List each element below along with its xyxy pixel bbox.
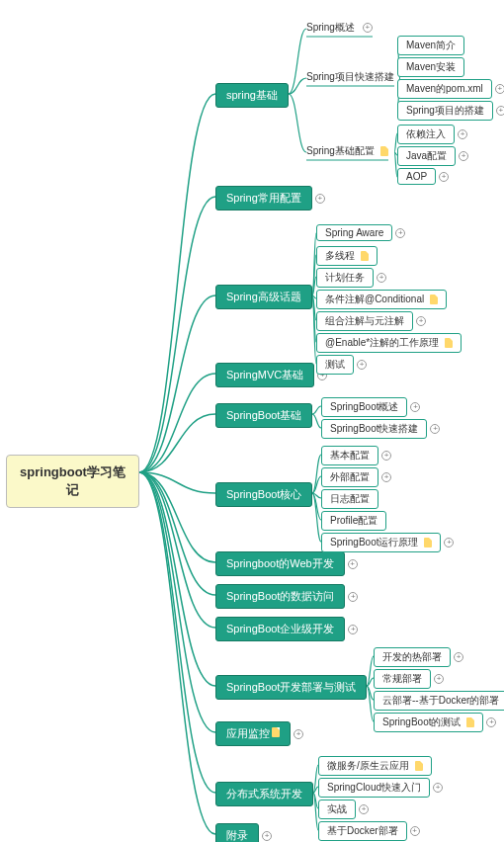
branch-node[interactable]: SpringMVC基础+ (215, 363, 314, 387)
leaf-label: 基本配置 (330, 449, 370, 463)
branch-label: SpringMVC基础 (226, 369, 303, 380)
leaf-label: 依赖注入 (406, 127, 446, 141)
leaf-node[interactable]: Spring项目的搭建+ (397, 101, 493, 121)
leaf-label: 日志配置 (330, 492, 370, 506)
expand-icon[interactable]: + (348, 559, 358, 569)
leaf-label: Maven的pom.xml (406, 82, 483, 96)
leaf-label: 实战 (327, 802, 347, 816)
root-node[interactable]: springboot学习笔记 (6, 455, 139, 508)
expand-icon[interactable]: + (458, 129, 467, 139)
branch-node[interactable]: 分布式系统开发 (215, 782, 313, 806)
branch-node[interactable]: spring基础 (215, 83, 289, 108)
leaf-node[interactable]: AOP+ (397, 168, 436, 185)
sub-node[interactable]: Spring基础配置 (306, 144, 388, 158)
branch-node[interactable]: SpringBoot基础 (215, 403, 312, 428)
leaf-node[interactable]: Spring Aware+ (316, 224, 392, 241)
leaf-node[interactable]: SpringBoot快速搭建+ (321, 419, 427, 439)
leaf-node[interactable]: 组合注解与元注解+ (316, 311, 413, 331)
leaf-label: 基于Docker部署 (327, 824, 398, 838)
leaf-label: SpringCloud快速入门 (327, 781, 421, 795)
expand-icon[interactable]: + (416, 316, 426, 326)
branch-label: SpringBoot基础 (226, 409, 301, 421)
leaf-label: SpringBoot的测试 (382, 716, 461, 729)
expand-icon[interactable]: + (410, 826, 420, 836)
note-icon (466, 717, 474, 727)
branch-node[interactable]: 应用监控+ (215, 721, 291, 746)
branch-node[interactable]: Spring高级话题 (215, 285, 312, 309)
branch-label: 分布式系统开发 (226, 788, 302, 800)
leaf-label: AOP (406, 171, 427, 182)
leaf-node[interactable]: 云部署--基于Docker的部署+ (374, 691, 504, 711)
leaf-node[interactable]: 基于Docker部署+ (318, 821, 407, 841)
expand-icon[interactable]: + (410, 402, 420, 412)
leaf-label: 云部署--基于Docker的部署 (382, 694, 499, 708)
leaf-node[interactable]: SpringBoot的测试+ (374, 713, 483, 732)
expand-icon[interactable]: + (294, 729, 303, 739)
expand-icon[interactable]: + (348, 592, 358, 602)
expand-icon[interactable]: + (430, 424, 440, 434)
sub-label: Spring项目快速搭建 (306, 70, 394, 84)
branch-node[interactable]: 附录+ (215, 823, 259, 842)
expand-icon[interactable]: + (262, 831, 272, 841)
leaf-node[interactable]: SpringBoot概述+ (321, 397, 407, 417)
expand-icon[interactable]: + (433, 783, 443, 793)
branch-node[interactable]: SpringBoot开发部署与测试 (215, 675, 367, 700)
leaf-label: Maven简介 (406, 39, 456, 52)
leaf-node[interactable]: 日志配置 (321, 489, 378, 509)
branch-node[interactable]: SpringBoot企业级开发+ (215, 617, 345, 641)
leaf-label: @Enable*注解的工作原理 (325, 336, 439, 350)
expand-icon[interactable]: + (315, 194, 325, 204)
note-icon (430, 295, 438, 304)
expand-icon[interactable]: + (395, 228, 405, 238)
leaf-node[interactable]: 多线程 (316, 246, 378, 266)
leaf-node[interactable]: SpringBoot运行原理+ (321, 533, 441, 552)
expand-icon[interactable]: + (496, 106, 504, 116)
expand-icon[interactable]: + (377, 273, 386, 283)
expand-icon[interactable]: + (381, 451, 391, 461)
leaf-node[interactable]: Java配置+ (397, 146, 456, 166)
leaf-node[interactable]: 计划任务+ (316, 268, 374, 288)
leaf-node[interactable]: 常规部署+ (374, 669, 431, 689)
leaf-node[interactable]: 实战+ (318, 800, 356, 819)
branch-label: SpringBoot的数据访问 (226, 590, 334, 602)
leaf-node[interactable]: 测试+ (316, 355, 354, 375)
expand-icon[interactable]: + (381, 472, 391, 482)
expand-icon[interactable]: + (363, 23, 373, 33)
leaf-node[interactable]: Maven安装 (397, 57, 464, 77)
leaf-label: 微服务/原生云应用 (327, 759, 409, 773)
expand-icon[interactable]: + (444, 538, 454, 547)
expand-icon[interactable]: + (357, 360, 367, 370)
leaf-node[interactable]: 微服务/原生云应用 (318, 756, 432, 776)
expand-icon[interactable]: + (434, 674, 444, 684)
leaf-node[interactable]: SpringCloud快速入门+ (318, 778, 430, 798)
expand-icon[interactable]: + (495, 84, 504, 94)
leaf-node[interactable]: 条件注解@Conditional (316, 290, 447, 309)
branch-node[interactable]: SpringBoot核心 (215, 482, 312, 507)
leaf-node[interactable]: 开发的热部署+ (374, 647, 451, 667)
sub-label: Spring概述 (306, 21, 355, 35)
expand-icon[interactable]: + (359, 804, 369, 814)
expand-icon[interactable]: + (348, 625, 358, 634)
sub-label: Spring基础配置 (306, 144, 375, 158)
leaf-label: 开发的热部署 (382, 650, 442, 664)
leaf-node[interactable]: 依赖注入+ (397, 125, 455, 144)
branch-node[interactable]: SpringBoot的数据访问+ (215, 584, 345, 609)
note-icon (361, 251, 369, 261)
expand-icon[interactable]: + (486, 717, 496, 727)
branch-node[interactable]: Spring常用配置+ (215, 186, 312, 210)
leaf-node[interactable]: @Enable*注解的工作原理 (316, 333, 462, 353)
leaf-node[interactable]: Profile配置 (321, 511, 386, 531)
sub-node[interactable]: Spring概述+ (306, 21, 373, 35)
expand-icon[interactable]: + (459, 151, 468, 161)
expand-icon[interactable]: + (454, 652, 463, 662)
branch-label: spring基础 (226, 89, 278, 101)
note-icon (272, 727, 280, 737)
leaf-label: SpringBoot快速搭建 (330, 422, 418, 436)
leaf-node[interactable]: Maven简介 (397, 36, 464, 55)
leaf-node[interactable]: Maven的pom.xml+ (397, 79, 492, 99)
expand-icon[interactable]: + (439, 172, 449, 182)
sub-node[interactable]: Spring项目快速搭建 (306, 70, 394, 84)
leaf-node[interactable]: 外部配置+ (321, 467, 378, 487)
leaf-node[interactable]: 基本配置+ (321, 446, 378, 465)
branch-node[interactable]: Springboot的Web开发+ (215, 551, 345, 576)
